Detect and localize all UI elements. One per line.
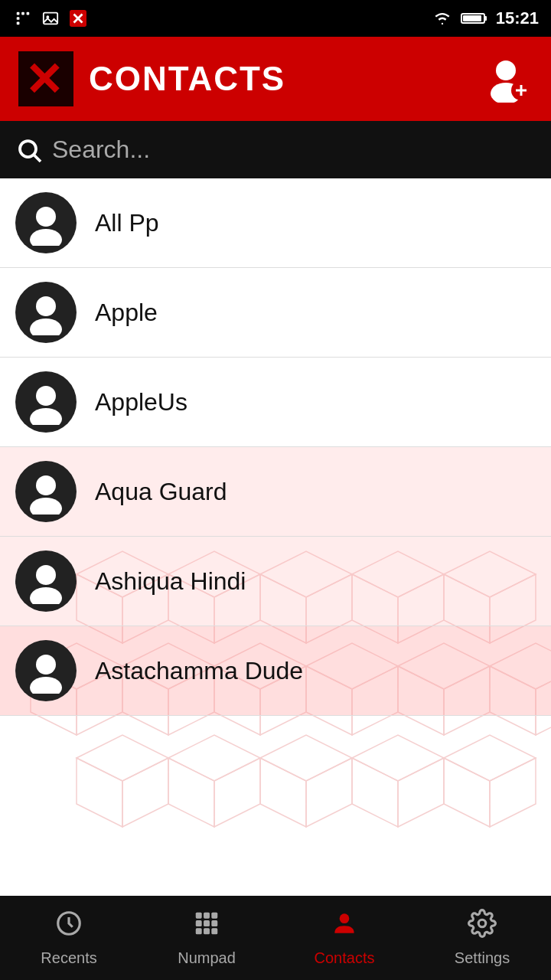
svg-point-15 [496,60,516,80]
svg-marker-69 [444,758,490,827]
svg-marker-63 [260,758,306,827]
contact-item[interactable]: Aqua Guard [0,447,551,537]
svg-point-80 [36,655,56,675]
wifi-icon [432,10,453,27]
app-header: ✕ CONTACTS [0,37,551,121]
svg-rect-4 [27,12,30,15]
nav-contacts-label: Contacts [315,949,375,967]
contact-name: Ashiqua Hindi [95,567,246,596]
add-contact-button[interactable] [481,51,536,106]
bottom-nav: Recents Numpad Contacts [0,896,551,980]
svg-point-70 [36,207,56,227]
nav-settings[interactable]: Settings [413,909,551,967]
svg-point-78 [36,565,56,585]
svg-point-77 [30,498,62,514]
svg-rect-91 [211,928,217,934]
svg-point-75 [30,408,62,425]
contact-name: All Pp [95,209,159,237]
contact-avatar [15,550,77,612]
svg-rect-11 [484,16,487,21]
svg-marker-55 [77,735,168,781]
contact-item[interactable]: All Pp [0,178,551,268]
numpad-icon [192,909,221,945]
x-icon [67,8,89,29]
svg-marker-64 [352,735,444,781]
nav-recents-label: Recents [41,949,96,967]
svg-point-20 [20,141,36,157]
contact-avatar [15,192,77,253]
contact-list-container: All Pp Apple AppleUs [0,178,551,716]
contact-item[interactable]: Ashiqua Hindi [0,537,551,626]
contact-item[interactable]: AppleUs [0,358,551,447]
image-icon [40,8,61,29]
svg-rect-85 [211,913,217,919]
settings-icon [468,909,497,945]
svg-rect-87 [204,920,210,926]
svg-marker-68 [490,758,536,827]
contact-avatar [15,461,77,522]
contact-avatar [15,640,77,701]
nav-numpad-label: Numpad [178,949,236,967]
svg-marker-56 [122,758,168,827]
nav-numpad[interactable]: Numpad [138,909,276,967]
contacts-icon [330,909,359,945]
svg-point-73 [30,318,62,335]
svg-point-74 [36,386,56,406]
svg-rect-90 [204,928,210,934]
svg-rect-89 [196,928,202,934]
svg-marker-57 [77,758,122,827]
search-input[interactable] [52,136,536,164]
status-right: 15:21 [432,8,539,28]
clock-time: 15:21 [496,8,539,28]
svg-marker-61 [260,735,352,781]
app-logo: ✕ [15,48,77,109]
contact-item[interactable]: Apple [0,268,551,358]
svg-line-21 [34,155,41,161]
nav-settings-label: Settings [455,949,510,967]
svg-marker-67 [444,735,536,781]
contact-list: All Pp Apple AppleUs [0,178,551,896]
svg-point-76 [36,475,56,495]
svg-text:✕: ✕ [24,54,63,106]
notification-icon [12,8,34,29]
svg-rect-5 [44,13,57,24]
contact-avatar [15,282,77,343]
nav-contacts[interactable]: Contacts [276,909,413,967]
status-icons-left [12,8,89,29]
svg-rect-86 [196,920,202,926]
svg-rect-0 [17,12,20,15]
contact-avatar [15,371,77,433]
svg-point-81 [30,677,62,694]
svg-rect-12 [463,15,481,21]
svg-point-79 [30,587,62,604]
svg-point-93 [478,920,486,927]
contact-name: Astachamma Dude [95,657,303,685]
nav-recents[interactable]: Recents [0,909,138,967]
svg-point-92 [340,913,350,923]
svg-marker-59 [214,758,260,827]
svg-marker-60 [168,758,214,827]
svg-marker-58 [168,735,260,781]
svg-rect-84 [204,913,210,919]
battery-icon [461,10,488,27]
contact-name: AppleUs [95,388,187,416]
contact-name: Aqua Guard [95,478,227,506]
svg-marker-62 [306,758,352,827]
svg-marker-65 [398,758,444,827]
status-bar: 15:21 [0,0,551,37]
contact-name: Apple [95,299,158,327]
contact-item[interactable]: Astachamma Dude [0,626,551,716]
svg-rect-3 [21,12,24,15]
search-icon [15,136,43,164]
svg-rect-83 [196,913,202,919]
page-title: CONTACTS [89,60,481,98]
svg-rect-1 [17,17,20,20]
svg-rect-2 [17,22,20,25]
svg-point-72 [36,296,56,316]
search-bar[interactable] [0,121,551,178]
svg-point-71 [30,229,62,246]
svg-marker-66 [352,758,398,827]
svg-rect-88 [211,920,217,926]
recents-icon [54,909,83,945]
